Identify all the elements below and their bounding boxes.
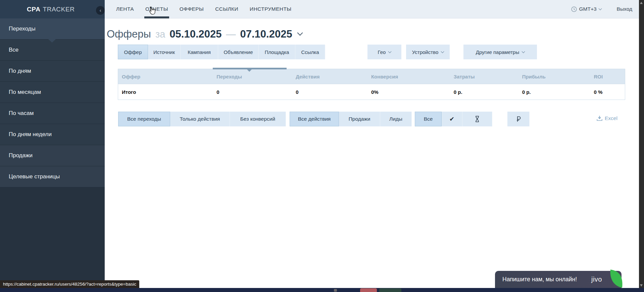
geo-dropdown[interactable]: Гео bbox=[367, 45, 401, 59]
hourglass-icon bbox=[475, 116, 480, 122]
filter-status-pending[interactable] bbox=[462, 112, 492, 126]
tab-kampaniya[interactable]: Кампания bbox=[181, 45, 218, 59]
sidebar-item-label: По дням bbox=[9, 68, 31, 74]
device-dropdown-label: Устройство bbox=[412, 49, 438, 55]
table-row-totals: Итого 0 0 0% 0 р. 0 р. 0 % bbox=[118, 84, 625, 100]
filter-currency-ruble[interactable] bbox=[507, 112, 530, 126]
vertical-scrollbar[interactable] bbox=[639, 0, 644, 292]
sidebar-item-label: Переходы bbox=[9, 25, 36, 32]
sidebar-item-po-dnyam-nedeli[interactable]: По дням недели bbox=[0, 124, 105, 145]
ruble-icon bbox=[516, 116, 521, 122]
sidebar: CPA TRACKER Переходы Все По дням По меся… bbox=[0, 0, 105, 288]
chevron-down-icon bbox=[388, 50, 392, 53]
nav-items: ЛЕНТА ОТЧЕТЫ ОФФЕРЫ ССЫЛКИ ИНСТРУМЕНТЫ bbox=[116, 0, 291, 18]
filter-status-vse[interactable]: Все bbox=[415, 112, 442, 126]
traffic-filter-group: Все переходы Только действия Без конверс… bbox=[118, 112, 286, 126]
totals-konversiya: 0% bbox=[367, 84, 450, 100]
timezone-label: GMT+3 bbox=[579, 6, 597, 12]
col-header-offer[interactable]: Оффер bbox=[118, 69, 213, 84]
col-header-pribyl[interactable]: Прибыль bbox=[518, 69, 590, 84]
sidebar-item-po-mesyacam[interactable]: По месяцам bbox=[0, 82, 105, 103]
page-title-text: Офферы bbox=[107, 28, 151, 40]
filter-bez-konversij[interactable]: Без конверсий bbox=[230, 112, 286, 126]
nav-item-instrumenty[interactable]: ИНСТРУМЕНТЫ bbox=[250, 0, 291, 18]
chat-widget[interactable]: Напишите нам, мы онлайн! jivo bbox=[495, 271, 622, 288]
timezone-selector[interactable]: GMT+3 bbox=[571, 6, 601, 12]
jivo-logo: jivo bbox=[591, 276, 602, 283]
nav-item-lenta[interactable]: ЛЕНТА bbox=[116, 0, 134, 18]
filter-status-confirmed[interactable]: ✔ bbox=[442, 112, 462, 126]
check-icon: ✔ bbox=[449, 115, 454, 123]
scroll-down-arrow-icon[interactable] bbox=[640, 284, 643, 287]
nav-item-offery[interactable]: ОФФЕРЫ bbox=[180, 0, 204, 18]
active-section-pointer bbox=[48, 39, 56, 43]
date-range-dash: — bbox=[226, 29, 236, 40]
taskbar-icon bbox=[334, 289, 337, 292]
col-header-roi[interactable]: ROI bbox=[590, 69, 625, 84]
taskbar-strip bbox=[0, 288, 644, 292]
sidebar-item-prodazhi[interactable]: Продажи bbox=[0, 145, 105, 166]
chevron-left-icon: ‹ bbox=[100, 8, 101, 13]
filter-vse-perehody[interactable]: Все переходы bbox=[118, 112, 170, 126]
other-params-dropdown[interactable]: Другие параметры bbox=[463, 45, 537, 59]
sidebar-item-vse[interactable]: Все bbox=[0, 40, 105, 61]
totals-dejstviya: 0 bbox=[292, 84, 367, 100]
totals-roi: 0 % bbox=[590, 84, 625, 100]
tab-ploshchadka[interactable]: Площадка bbox=[259, 45, 295, 59]
title-preposition: за bbox=[155, 29, 165, 40]
jivo-leaf-icon bbox=[608, 269, 624, 288]
tab-offer[interactable]: Оффер bbox=[118, 45, 148, 59]
app-logo: CPA TRACKER bbox=[0, 0, 105, 18]
logout-link[interactable]: Выход bbox=[617, 6, 632, 12]
sidebar-item-perehody[interactable]: Переходы bbox=[0, 18, 105, 40]
logo-bold: CPA bbox=[27, 6, 41, 13]
sidebar-item-label: Продажи bbox=[9, 152, 33, 159]
cpa-tracker-app: CPA TRACKER Переходы Все По дням По меся… bbox=[0, 0, 644, 292]
totals-perehody: 0 bbox=[213, 84, 292, 100]
sidebar-item-po-dnyam[interactable]: По дням bbox=[0, 61, 105, 82]
report-table: Оффер Переходы Действия Конверсия Затрат… bbox=[118, 69, 625, 100]
col-header-konversiya[interactable]: Конверсия bbox=[367, 69, 450, 84]
chevron-down-icon bbox=[598, 7, 602, 10]
status-filter-group: Все ✔ bbox=[415, 112, 492, 126]
excel-label: Excel bbox=[605, 115, 617, 121]
sidebar-item-label: Целевые страницы bbox=[9, 173, 60, 180]
clock-icon bbox=[571, 6, 577, 12]
col-header-zatraty[interactable]: Затраты bbox=[450, 69, 518, 84]
chevron-down-icon bbox=[441, 50, 444, 53]
filter-prodazhi[interactable]: Продажи bbox=[339, 112, 380, 126]
chevron-down-icon bbox=[522, 50, 525, 53]
col-header-perehody[interactable]: Переходы bbox=[213, 69, 292, 84]
status-bar-url: https://cabinet.cpatracker.ru/users/4825… bbox=[0, 280, 139, 288]
device-dropdown[interactable]: Устройство bbox=[406, 45, 450, 59]
sidebar-collapse-button[interactable]: ‹ bbox=[96, 6, 105, 15]
date-to[interactable]: 07.10.2025 bbox=[240, 28, 292, 40]
currency-filter-group bbox=[507, 112, 530, 126]
top-navbar: ЛЕНТА ОТЧЕТЫ ОФФЕРЫ ССЫЛКИ ИНСТРУМЕНТЫ G… bbox=[105, 0, 639, 18]
scroll-up-arrow-icon[interactable] bbox=[640, 2, 643, 4]
tab-istochnik[interactable]: Источник bbox=[148, 45, 181, 59]
sidebar-item-label: По дням недели bbox=[9, 131, 52, 138]
dimension-tabs: Оффер Источник Кампания Объявление Площа… bbox=[118, 45, 325, 59]
tab-ssylka[interactable]: Ссылка bbox=[295, 45, 325, 59]
date-from[interactable]: 05.10.2025 bbox=[169, 28, 221, 40]
report-title: Офферы за 05.10.2025 — 07.10.2025 bbox=[107, 28, 302, 40]
status-url-text: https://cabinet.cpatracker.ru/users/4825… bbox=[3, 282, 136, 287]
chat-message: Напишите нам, мы онлайн! bbox=[502, 276, 577, 283]
sidebar-item-celevye-stranicy[interactable]: Целевые страницы bbox=[0, 166, 105, 187]
taskbar-item-red[interactable] bbox=[360, 288, 377, 292]
other-params-dropdown-label: Другие параметры bbox=[476, 49, 519, 55]
logo-rest: TRACKER bbox=[43, 6, 75, 13]
col-header-dejstviya[interactable]: Действия bbox=[292, 69, 367, 84]
nav-item-ssylki[interactable]: ССЫЛКИ bbox=[215, 0, 238, 18]
sidebar-item-po-chasam[interactable]: По часам bbox=[0, 103, 105, 124]
tab-obyavlenie[interactable]: Объявление bbox=[218, 45, 259, 59]
taskbar-item-green[interactable] bbox=[379, 288, 401, 292]
filter-tolko-dejstviya[interactable]: Только действия bbox=[170, 112, 230, 126]
date-range-chevron-icon[interactable] bbox=[297, 30, 303, 36]
sidebar-item-label: По часам bbox=[9, 110, 34, 117]
excel-export-link[interactable]: Excel bbox=[597, 115, 617, 121]
mouse-cursor-pointer bbox=[147, 6, 155, 16]
filter-lidy[interactable]: Лиды bbox=[380, 112, 412, 126]
filter-vse-dejstviya[interactable]: Все действия bbox=[290, 112, 339, 126]
